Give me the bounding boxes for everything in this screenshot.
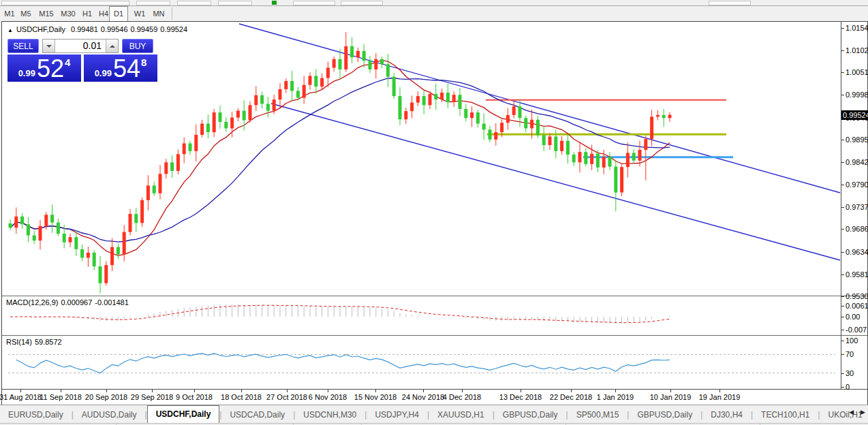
chart-tab-usdchf-2[interactable]: USDCHF,Daily xyxy=(147,405,220,423)
rsi-axis-tick xyxy=(841,354,844,355)
toolbar-fragment xyxy=(341,1,383,5)
price-axis-label: 0.98950 xyxy=(846,136,868,144)
chart-tab-eurusd-0[interactable]: EURUSD,Daily xyxy=(0,407,72,423)
price-axis-label: 1.01545 xyxy=(846,24,868,33)
ohlc-close: 0.99524 xyxy=(160,25,187,33)
tf-button-w1[interactable]: W1 xyxy=(131,6,149,21)
trend-channel-lines[interactable] xyxy=(239,24,840,260)
chart-tab-gbpusd-9[interactable]: GBPUSD,Daily xyxy=(629,407,700,423)
bid-price-main: 0.99 xyxy=(18,69,35,78)
ohlc-high: 0.99546 xyxy=(101,25,128,33)
rsi-axis-label: 70 xyxy=(846,350,854,359)
tf-button-m5[interactable]: M5 xyxy=(19,6,33,21)
ask-price-display[interactable]: 0.99548 xyxy=(84,54,157,82)
chart-tab-xauusd-6[interactable]: XAUUSD,H1 xyxy=(429,407,493,423)
chart-symbol-label: USDCHF,Daily xyxy=(16,25,65,33)
tab-scroll-buttons: ◀▶ xyxy=(849,409,865,415)
price-axis-tick xyxy=(841,50,844,51)
date-tick xyxy=(521,390,521,392)
trading-platform-window: M1M5M15M30H1H4D1W1MN ▲USDCHF,Daily0.9948… xyxy=(0,0,868,425)
ma-fast-line[interactable] xyxy=(10,61,670,255)
date-label: 24 Nov 2018 xyxy=(402,393,444,401)
chart-tab-audusd-1[interactable]: AUDUSD,Daily xyxy=(74,407,145,423)
price-axis-label: 0.98425 xyxy=(846,158,868,167)
bid-price-display[interactable]: 0.99524 xyxy=(7,54,81,82)
price-axis-tick xyxy=(841,274,844,275)
ohlc-low: 0.99459 xyxy=(131,25,158,33)
tf-button-h1[interactable]: H1 xyxy=(80,6,94,21)
date-label: 6 Nov 2018 xyxy=(309,393,347,401)
price-axis-label: 0.96865 xyxy=(846,225,868,234)
date-tick xyxy=(670,390,671,392)
toolbar-fragment xyxy=(1,1,129,5)
chart-tab-dj30-10[interactable]: DJ30,H4 xyxy=(702,407,751,423)
timeframe-toolbar: M1M5M15M30H1H4D1W1MN xyxy=(0,6,868,21)
tf-button-m1[interactable]: M1 xyxy=(3,6,16,21)
date-tick xyxy=(194,390,195,392)
chart-window: ▲USDCHF,Daily0.994810.995460.994590.9952… xyxy=(1,21,868,405)
date-label: 31 Aug 2018 xyxy=(0,393,42,401)
date-label: 22 Dec 2018 xyxy=(550,393,592,401)
chart-tab-bar: EURUSD,Daily|AUDUSD,Daily|USDCHF,Daily|U… xyxy=(0,405,868,423)
tab-scroll-left-icon[interactable]: ◀ xyxy=(849,409,854,415)
rsi-indicator-panel[interactable] xyxy=(3,336,841,389)
rsi-axis-label: 30 xyxy=(846,369,854,378)
price-axis-label: 0.95815 xyxy=(846,270,868,279)
toolbar-fragment xyxy=(136,1,170,5)
chart-title-bar: ▲USDCHF,Daily0.994810.995460.994590.9952… xyxy=(7,25,190,33)
rsi-axis-tick xyxy=(841,387,844,388)
chart-tab-usdjpy-5[interactable]: USDJPY,H4 xyxy=(367,407,427,423)
chart-tab-sp500-8[interactable]: SP500,M15 xyxy=(568,407,627,423)
chart-tab-tech100-11[interactable]: TECH100,H1 xyxy=(753,407,818,423)
ohlc-open: 0.99481 xyxy=(71,25,98,33)
toolbar-separator xyxy=(172,7,172,20)
bid-price-pips: 52 xyxy=(37,59,64,78)
volume-increase-button[interactable] xyxy=(106,40,118,52)
price-axis-tick xyxy=(841,252,844,253)
price-axis-tick xyxy=(841,72,844,73)
price-axis-tick xyxy=(841,185,844,185)
date-label: 29 Sep 2018 xyxy=(131,393,173,401)
macd-axis-tick xyxy=(841,330,844,330)
tab-scroll-right-icon[interactable]: ▶ xyxy=(861,409,865,415)
date-label: 27 Oct 2018 xyxy=(266,393,307,401)
chart-tab-usdcad-3[interactable]: USDCAD,Daily xyxy=(221,407,293,423)
rsi-axis-label: 100 xyxy=(846,336,858,345)
collapse-triangle-icon[interactable]: ▲ xyxy=(7,27,13,33)
tf-button-mn[interactable]: MN xyxy=(150,6,168,21)
tf-button-d1[interactable]: D1 xyxy=(109,6,128,22)
date-label: 13 Dec 2018 xyxy=(499,393,542,401)
toolbar-fragment xyxy=(177,1,211,5)
date-tick xyxy=(241,390,242,392)
price-axis-label: 1.00510 xyxy=(846,68,868,77)
volume-decrease-button[interactable] xyxy=(43,40,55,52)
date-tick xyxy=(571,390,572,392)
toolbar-fragment xyxy=(218,1,252,5)
date-tick xyxy=(375,390,376,392)
macd-axis-tick xyxy=(841,317,844,317)
price-axis-label: 1.01020 xyxy=(846,46,868,55)
sell-button[interactable]: SELL xyxy=(7,39,39,53)
tf-button-m30[interactable]: M30 xyxy=(59,6,78,21)
chart-tab-gbpusd-7[interactable]: GBPUSD,Daily xyxy=(495,407,566,423)
price-axis-label: 0.99985 xyxy=(846,91,868,99)
chart-tab-usdcnh-4[interactable]: USDCNH,M30 xyxy=(295,407,365,423)
date-label: 10 Jan 2019 xyxy=(650,393,692,401)
macd-histogram xyxy=(10,304,670,324)
triangle-up-icon xyxy=(110,45,115,48)
tf-button-h4[interactable]: H4 xyxy=(97,6,110,21)
ask-price-point: 8 xyxy=(141,57,146,68)
macd-axis-label: 0.006137 xyxy=(846,302,868,311)
buy-button[interactable]: BUY xyxy=(122,39,153,53)
ma-slow-line[interactable] xyxy=(10,78,670,242)
rsi-axis-tick xyxy=(841,341,844,341)
date-label: 15 Nov 2018 xyxy=(354,393,397,401)
date-label: 4 Dec 2018 xyxy=(443,393,481,401)
price-axis-tick xyxy=(841,229,844,230)
date-tick xyxy=(106,390,107,392)
date-axis: 31 Aug 201811 Sep 201820 Sep 201829 Sep … xyxy=(2,389,867,405)
tf-button-m15[interactable]: M15 xyxy=(37,6,56,21)
rsi-line[interactable] xyxy=(16,353,670,373)
ask-price-pips: 54 xyxy=(113,59,140,78)
volume-input[interactable]: 0.01 xyxy=(55,40,106,52)
